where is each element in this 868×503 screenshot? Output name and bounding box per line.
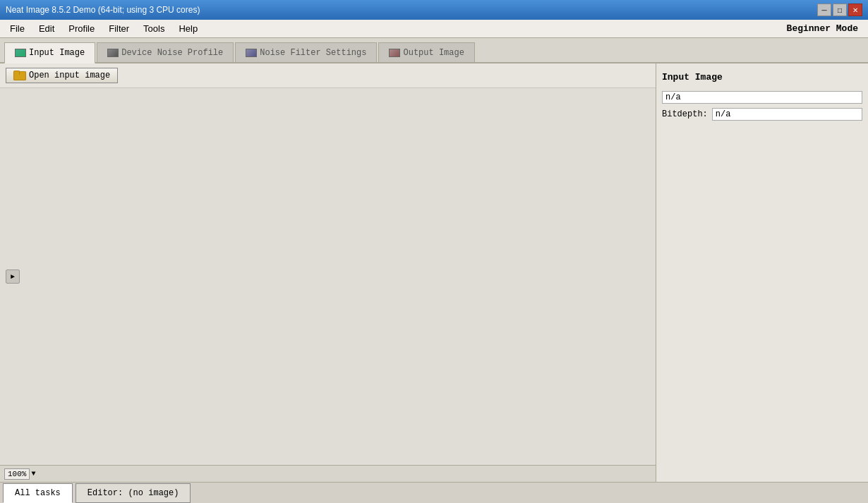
zoom-bar: 100% ▼ — [0, 465, 656, 482]
output-image-tab-icon — [389, 49, 400, 57]
tab-input-image[interactable]: Input Image — [4, 42, 95, 63]
bitdepth-value: n/a — [712, 108, 862, 121]
tab-bar: Input Image Device Noise Profile Noise F… — [0, 38, 868, 63]
right-panel-title: Input Image — [662, 69, 862, 85]
status-tab-all-tasks[interactable]: All tasks — [3, 483, 73, 503]
window-controls: ─ □ ✕ — [817, 4, 862, 16]
menu-edit[interactable]: Edit — [32, 22, 61, 35]
bitdepth-label: Bitdepth: — [662, 109, 708, 119]
maximize-button[interactable]: □ — [833, 4, 847, 16]
status-tab-editor[interactable]: Editor: (no image) — [76, 483, 191, 503]
menu-help[interactable]: Help — [171, 22, 205, 35]
close-button[interactable]: ✕ — [848, 4, 862, 16]
tab-device-noise-profile-label: Device Noise Profile — [121, 48, 223, 58]
menu-tools[interactable]: Tools — [136, 22, 171, 35]
menu-filter[interactable]: Filter — [102, 22, 136, 35]
zoom-dropdown-arrow[interactable]: ▼ — [31, 470, 35, 478]
open-btn-label: Open input image — [29, 71, 110, 80]
tab-output-image-label: Output Image — [403, 48, 464, 58]
input-image-tab-icon — [15, 49, 26, 57]
right-panel: Input Image n/a Bitdepth: n/a — [656, 63, 868, 482]
tab-output-image[interactable]: Output Image — [378, 42, 474, 62]
image-panel: Open input image ► 100% ▼ — [0, 63, 656, 482]
mode-label: Beginner Mode — [787, 23, 858, 34]
bitdepth-row: Bitdepth: n/a — [662, 108, 862, 121]
content-area: Open input image ► 100% ▼ Input Image n/… — [0, 63, 868, 482]
status-bar: All tasks Editor: (no image) — [0, 482, 868, 503]
title-bar: Neat Image 8.5.2 Demo (64-bit; using 3 C… — [0, 0, 868, 20]
tab-noise-filter-settings[interactable]: Noise Filter Settings — [235, 42, 377, 62]
device-noise-profile-tab-icon — [107, 49, 119, 57]
menu-items: File Edit Profile Filter Tools Help — [3, 22, 205, 35]
tab-noise-filter-settings-label: Noise Filter Settings — [260, 48, 366, 58]
window-title: Neat Image 8.5.2 Demo (64-bit; using 3 C… — [6, 5, 200, 15]
toolbar: Open input image — [0, 63, 656, 88]
menu-profile[interactable]: Profile — [61, 22, 102, 35]
filename-value: n/a — [662, 91, 862, 104]
zoom-level: 100% — [4, 468, 30, 480]
folder-icon — [13, 71, 25, 80]
image-canvas[interactable]: ► — [0, 88, 656, 465]
scroll-right-arrow[interactable]: ► — [6, 269, 20, 284]
minimize-button[interactable]: ─ — [817, 4, 831, 16]
tab-device-noise-profile[interactable]: Device Noise Profile — [97, 42, 234, 62]
tab-input-image-label: Input Image — [29, 48, 85, 58]
open-input-image-button[interactable]: Open input image — [6, 68, 118, 83]
main-content: Input Image Device Noise Profile Noise F… — [0, 38, 868, 482]
menu-file[interactable]: File — [3, 22, 32, 35]
noise-filter-settings-tab-icon — [246, 49, 257, 57]
menu-bar: File Edit Profile Filter Tools Help Begi… — [0, 20, 868, 38]
